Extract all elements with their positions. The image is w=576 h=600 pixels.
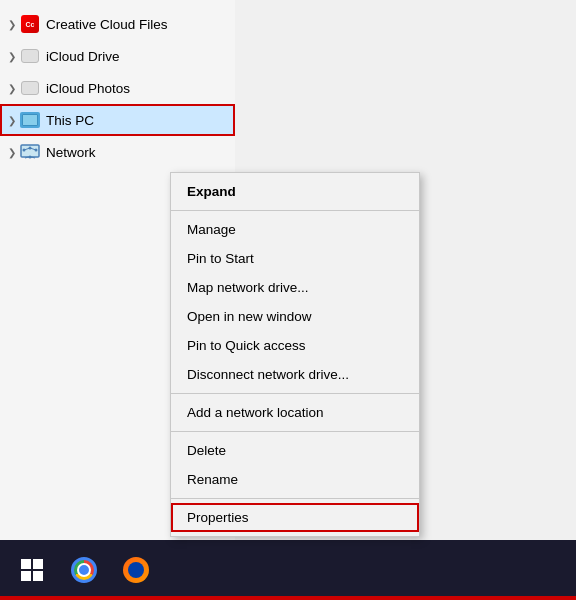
- start-button[interactable]: [8, 546, 56, 594]
- sidebar-item-label: Creative Cloud Files: [46, 17, 168, 32]
- menu-item-delete[interactable]: Delete: [171, 436, 419, 465]
- sidebar-item-icloud-drive[interactable]: ❯ iCloud Drive: [0, 40, 235, 72]
- menu-item-pin-start[interactable]: Pin to Start: [171, 244, 419, 273]
- menu-separator: [171, 498, 419, 499]
- chevron-icon: ❯: [4, 112, 20, 128]
- menu-item-add-network-location[interactable]: Add a network location: [171, 398, 419, 427]
- icloud-drive-icon: [20, 46, 40, 66]
- this-pc-icon: [20, 110, 40, 130]
- menu-separator: [171, 210, 419, 211]
- creative-cloud-icon: [20, 14, 40, 34]
- sidebar-item-icloud-photos[interactable]: ❯ iCloud Photos: [0, 72, 235, 104]
- chevron-icon: ❯: [4, 16, 20, 32]
- menu-item-map-network[interactable]: Map network drive...: [171, 273, 419, 302]
- sidebar-item-label: iCloud Photos: [46, 81, 130, 96]
- menu-separator: [171, 431, 419, 432]
- win-logo-cell-tl: [21, 559, 31, 569]
- sidebar-item-this-pc[interactable]: ❯ This PC: [0, 104, 235, 136]
- chevron-icon: ❯: [4, 144, 20, 160]
- firefox-inner: [128, 562, 144, 578]
- chevron-icon: ❯: [4, 48, 20, 64]
- menu-item-expand[interactable]: Expand: [171, 177, 419, 206]
- sidebar-item-creative-cloud[interactable]: ❯ Creative Cloud Files: [0, 8, 235, 40]
- sidebar-item-label: iCloud Drive: [46, 49, 120, 64]
- chevron-icon: ❯: [4, 80, 20, 96]
- icloud-photos-icon: [20, 78, 40, 98]
- menu-item-disconnect-network[interactable]: Disconnect network drive...: [171, 360, 419, 389]
- taskbar-red-underline: [0, 596, 576, 600]
- chrome-icon: [71, 557, 97, 583]
- menu-separator: [171, 393, 419, 394]
- network-icon: [20, 142, 40, 162]
- menu-item-manage[interactable]: Manage: [171, 215, 419, 244]
- win-logo-cell-tr: [33, 559, 43, 569]
- menu-item-properties[interactable]: Properties: [171, 503, 419, 532]
- firefox-button[interactable]: [112, 546, 160, 594]
- sidebar-item-label: Network: [46, 145, 96, 160]
- sidebar-item-network[interactable]: ❯ Network: [0, 136, 235, 168]
- menu-item-pin-quick-access[interactable]: Pin to Quick access: [171, 331, 419, 360]
- menu-item-open-new-window[interactable]: Open in new window: [171, 302, 419, 331]
- firefox-icon: [123, 557, 149, 583]
- chrome-button[interactable]: [60, 546, 108, 594]
- win-logo-cell-br: [33, 571, 43, 581]
- menu-item-rename[interactable]: Rename: [171, 465, 419, 494]
- windows-logo-icon: [21, 559, 43, 581]
- taskbar: [0, 540, 576, 600]
- sidebar-item-label: This PC: [46, 113, 94, 128]
- win-logo-cell-bl: [21, 571, 31, 581]
- context-menu: Expand Manage Pin to Start Map network d…: [170, 172, 420, 537]
